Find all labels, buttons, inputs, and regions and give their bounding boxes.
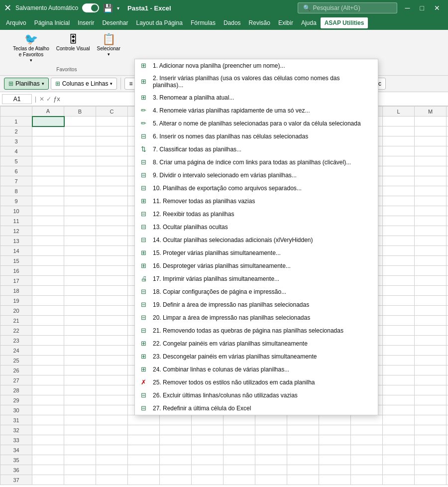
- sheet-cell[interactable]: [383, 246, 415, 256]
- sheet-cell[interactable]: [447, 385, 448, 395]
- toolbar-colunas-linhas[interactable]: ⊞ Colunas e Linhas ▾: [51, 78, 117, 90]
- sheet-cell[interactable]: [415, 216, 447, 226]
- sheet-cell[interactable]: [415, 296, 447, 306]
- sheet-cell[interactable]: [64, 435, 96, 445]
- menu-arquivo[interactable]: Arquivo: [2, 17, 30, 28]
- sheet-cell[interactable]: [32, 136, 64, 146]
- sheet-cell[interactable]: [64, 306, 96, 316]
- sheet-cell[interactable]: [64, 266, 96, 276]
- col-header-l[interactable]: L: [383, 107, 415, 117]
- sheet-cell[interactable]: [32, 296, 64, 306]
- sheet-cell[interactable]: [32, 246, 64, 256]
- sheet-cell[interactable]: [383, 425, 415, 435]
- sheet-cell[interactable]: [64, 455, 96, 465]
- sheet-cell[interactable]: [447, 156, 448, 166]
- sheet-cell[interactable]: [224, 455, 255, 465]
- sheet-cell[interactable]: [415, 176, 447, 186]
- sheet-cell[interactable]: [64, 186, 96, 196]
- sheet-cell[interactable]: [160, 465, 192, 475]
- sheet-cell[interactable]: [415, 256, 447, 266]
- sheet-cell[interactable]: [64, 415, 96, 425]
- cancel-formula-icon[interactable]: ✕: [39, 96, 44, 103]
- sheet-cell[interactable]: [383, 186, 415, 196]
- sheet-cell[interactable]: [447, 236, 448, 246]
- sheet-cell[interactable]: [96, 356, 128, 365]
- sheet-cell[interactable]: [415, 365, 447, 375]
- sheet-cell[interactable]: [447, 216, 448, 226]
- dropdown-item[interactable]: ✏5. Alterar o nome de planilhas selecion…: [135, 117, 378, 130]
- sheet-cell[interactable]: [192, 455, 224, 465]
- sheet-cell[interactable]: [255, 425, 287, 435]
- sheet-cell[interactable]: [447, 226, 448, 236]
- sheet-cell[interactable]: [415, 326, 447, 336]
- sheet-cell[interactable]: [96, 246, 128, 256]
- sheet-cell[interactable]: [64, 126, 96, 136]
- sheet-cell[interactable]: [255, 445, 287, 455]
- sheet-cell[interactable]: [415, 156, 447, 166]
- sheet-cell[interactable]: [447, 316, 448, 326]
- sheet-cell[interactable]: [224, 415, 255, 425]
- sheet-cell[interactable]: [447, 365, 448, 375]
- dropdown-item[interactable]: ⊟26. Excluir últimas linhas/colunas não …: [135, 389, 378, 402]
- sheet-cell[interactable]: [383, 455, 415, 465]
- sheet-cell[interactable]: [160, 445, 192, 455]
- sheet-cell[interactable]: [32, 465, 64, 475]
- col-header-b[interactable]: B: [64, 107, 96, 117]
- sheet-cell[interactable]: [415, 445, 447, 455]
- sheet-cell[interactable]: [415, 435, 447, 445]
- sheet-cell[interactable]: [383, 365, 415, 375]
- sheet-cell[interactable]: [351, 475, 383, 485]
- sheet-cell[interactable]: [64, 356, 96, 365]
- sheet-cell[interactable]: [383, 316, 415, 326]
- dropdown-item[interactable]: 🖨17. Imprimir várias planilhas simultane…: [135, 272, 378, 285]
- sheet-cell[interactable]: [383, 226, 415, 236]
- cell-reference[interactable]: A1: [2, 94, 32, 104]
- sheet-cell[interactable]: [32, 126, 64, 136]
- sheet-cell[interactable]: [96, 425, 128, 435]
- sheet-cell[interactable]: [224, 465, 255, 475]
- sheet-cell[interactable]: [415, 415, 447, 425]
- sheet-cell[interactable]: [415, 316, 447, 326]
- sheet-cell[interactable]: [32, 166, 64, 176]
- sheet-cell[interactable]: [383, 206, 415, 216]
- dropdown-item[interactable]: ⊞15. Proteger várias planilhas simultane…: [135, 246, 378, 259]
- sheet-cell[interactable]: [415, 385, 447, 395]
- sheet-cell[interactable]: [32, 445, 64, 455]
- dropdown-item[interactable]: ⊟27. Redefinir a última célula do Excel: [135, 402, 378, 415]
- sheet-cell[interactable]: [287, 465, 319, 475]
- sheet-cell[interactable]: [351, 425, 383, 435]
- sheet-cell[interactable]: [96, 176, 128, 186]
- sheet-cell[interactable]: [96, 326, 128, 336]
- sheet-cell[interactable]: [32, 425, 64, 435]
- close-button[interactable]: ✕: [430, 4, 444, 12]
- sheet-cell[interactable]: [383, 336, 415, 346]
- sheet-cell[interactable]: [32, 306, 64, 316]
- sheet-cell[interactable]: [415, 186, 447, 196]
- sheet-cell[interactable]: [383, 166, 415, 176]
- dropdown-item[interactable]: ✏4. Renomeie várias planilhas rapidament…: [135, 104, 378, 117]
- sheet-cell[interactable]: [32, 336, 64, 346]
- sheet-cell[interactable]: [128, 415, 160, 425]
- sheet-cell[interactable]: [447, 256, 448, 266]
- sheet-cell[interactable]: [32, 226, 64, 236]
- sheet-cell[interactable]: [383, 395, 415, 405]
- sheet-cell[interactable]: [319, 435, 351, 445]
- dropdown-item[interactable]: ⊟6. Inserir os nomes das planilhas nas c…: [135, 130, 378, 143]
- sheet-cell[interactable]: [64, 156, 96, 166]
- sheet-cell[interactable]: [96, 336, 128, 346]
- sheet-cell[interactable]: [96, 465, 128, 475]
- sheet-cell[interactable]: [96, 126, 128, 136]
- sheet-cell[interactable]: [64, 326, 96, 336]
- sheet-cell[interactable]: [96, 365, 128, 375]
- dropdown-item[interactable]: ⊞23. Descongelar painéis em várias plani…: [135, 350, 378, 363]
- sheet-cell[interactable]: [287, 425, 319, 435]
- sheet-cell[interactable]: [447, 186, 448, 196]
- sheet-cell[interactable]: [32, 385, 64, 395]
- sheet-cell[interactable]: [64, 296, 96, 306]
- sheet-cell[interactable]: [192, 415, 224, 425]
- sheet-cell[interactable]: [415, 136, 447, 146]
- sheet-cell[interactable]: [96, 435, 128, 445]
- sheet-cell[interactable]: [383, 256, 415, 266]
- sheet-cell[interactable]: [287, 445, 319, 455]
- sheet-cell[interactable]: [64, 425, 96, 435]
